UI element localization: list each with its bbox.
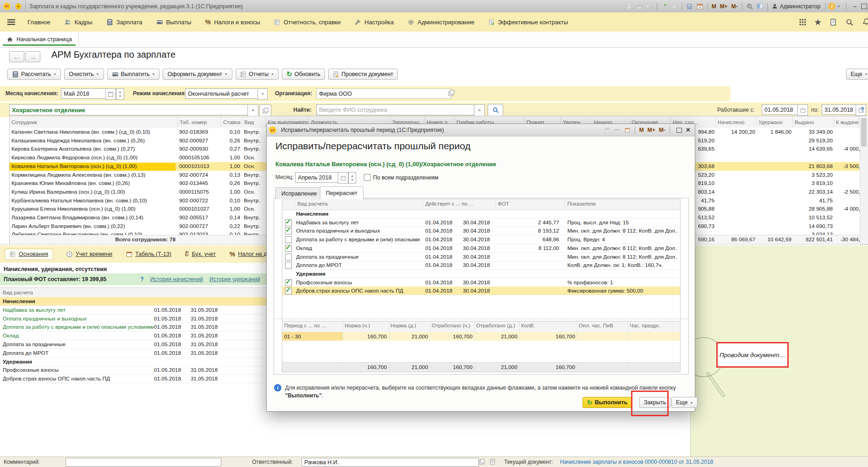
add-link-icon[interactable] <box>660 2 669 11</box>
department-dropdown-icon[interactable]: ▼ <box>247 104 258 116</box>
search-icon[interactable] <box>845 18 854 26</box>
row-checkbox[interactable]: ✓ <box>285 288 292 294</box>
menu-item-4[interactable]: Выплаты <box>149 12 198 32</box>
menu-item-9[interactable]: Эффективные контракты <box>481 12 575 32</box>
org-open-icon[interactable] <box>448 90 455 96</box>
worked-from-calendar-icon[interactable] <box>797 104 808 116</box>
toolbar-button-2[interactable]: Очистить▼ <box>64 69 104 80</box>
toolbar-button-1[interactable]: Рассчитать▼ <box>7 69 61 80</box>
comment-input[interactable] <box>66 458 221 467</box>
mode-select[interactable]: Окончательный расчет <box>185 88 263 99</box>
subtab-2[interactable]: Учет времени <box>65 249 113 260</box>
row-checkbox[interactable]: ✓ <box>285 245 292 252</box>
dialog-table-row[interactable]: ✓Оклад01.04.201830.04.20188 112,00Мин. о… <box>282 244 680 253</box>
responsible-input[interactable]: Рачкова Н.И. <box>302 458 479 467</box>
dialog-table-row[interactable]: Удержания <box>282 270 680 278</box>
dialog-table-row[interactable]: ✓Добров.страх.взносы ОПС накоп.часть ПД0… <box>282 287 680 295</box>
maximize-icon[interactable] <box>861 4 867 9</box>
dialog-month-calendar-icon[interactable] <box>338 172 348 184</box>
dialog-table-row[interactable]: Доплата до МРОТ01.04.201830.04.2018КолВ.… <box>282 261 680 270</box>
toolbar-button-4[interactable]: Оформить документ▼ <box>163 69 232 80</box>
dialog-month-input[interactable]: Апрель 2018 <box>295 172 343 183</box>
menu-item-5[interactable]: %Налоги и взносы <box>198 12 267 32</box>
toolbar-button-7[interactable]: Провести документ <box>328 69 398 80</box>
department-select[interactable]: Хозрасчетное отделение <box>9 104 253 115</box>
dialog-splitter[interactable] <box>274 319 688 319</box>
row-checkbox[interactable] <box>285 262 292 269</box>
clear-search-icon[interactable]: × <box>474 104 485 116</box>
hamburger-menu-icon[interactable] <box>0 12 21 32</box>
current-doc-link[interactable]: Начисление зарплаты и взносов 0000-00081… <box>560 459 713 465</box>
calendar-icon[interactable]: 31 <box>695 2 704 11</box>
toolbar-button-3[interactable]: Выплатить▼ <box>107 69 160 80</box>
minimize-icon[interactable]: – <box>853 3 857 10</box>
month-stepper[interactable]: ▲▼ <box>116 88 124 100</box>
menu-item-3[interactable]: Зарплата <box>99 12 149 32</box>
responsible-open-icon[interactable] <box>479 459 485 465</box>
save-icon[interactable] <box>625 2 634 11</box>
dialog-memory-m[interactable]: M <box>639 127 644 133</box>
mode-dropdown-icon[interactable]: ▼ <box>258 88 268 100</box>
fot-help-icon[interactable]: ? <box>140 276 143 282</box>
dialog-tab-1[interactable]: Исправление <box>275 187 323 199</box>
info-icon[interactable]: i <box>828 3 835 10</box>
subtab-4[interactable]: ДтКтБух. учет <box>184 249 217 260</box>
dialog-table-row[interactable]: ✓Оплата праздничных и выходных01.04.2018… <box>282 227 680 235</box>
row-checkbox[interactable]: ✓ <box>285 219 292 226</box>
dialog-more-button[interactable]: Еще▼ <box>671 397 698 408</box>
dialog-table-row[interactable]: Доплата за праздничные01.04.201830.04.20… <box>282 253 680 261</box>
menu-item-8[interactable]: Администрирование <box>401 12 481 32</box>
dialog-close-icon[interactable]: × <box>686 126 690 134</box>
toolbar-more-button[interactable]: Еще▼ <box>846 69 868 80</box>
toolbar-button-5[interactable]: Отчеты▼ <box>236 69 279 80</box>
worked-help-icon[interactable]: ? <box>861 106 864 113</box>
menu-item-7[interactable]: Настройка <box>347 12 401 32</box>
app-menu-arrow-icon[interactable] <box>14 2 23 11</box>
execute-button[interactable]: ↻Выполнить <box>582 397 632 408</box>
current-user[interactable]: Администратор <box>780 3 821 10</box>
dialog-table-row[interactable]: ✓Профсоюзные взносы01.04.201830.04.2018%… <box>282 278 680 287</box>
back-button[interactable]: ← <box>9 51 24 62</box>
get-link-icon[interactable] <box>670 2 679 11</box>
dialog-print-icon[interactable] <box>613 126 622 134</box>
worked-from-input[interactable]: 01.05.2018 <box>762 104 803 115</box>
zoom-icon[interactable] <box>745 2 754 11</box>
subtab-3[interactable]: Табель (Т-13) <box>125 249 172 259</box>
print-icon[interactable] <box>635 2 644 11</box>
dialog-calendar-icon[interactable] <box>623 126 632 134</box>
accrual-month-input[interactable]: Май 2018 <box>61 88 111 99</box>
dialog-table-row[interactable]: Доплата за работу с вредными и (или) опа… <box>282 235 680 244</box>
row-checkbox[interactable]: ✓ <box>285 279 292 286</box>
tab-home-page[interactable]: Начальная страница <box>0 32 79 47</box>
accrual-history-link[interactable]: История начислений <box>150 276 203 282</box>
department-open-icon[interactable] <box>259 104 271 116</box>
menu-item-2[interactable]: Кадры <box>57 12 99 32</box>
dialog-save-icon[interactable] <box>603 126 612 134</box>
menu-item-6[interactable]: Отчетность, справки <box>267 12 347 32</box>
menu-item-1[interactable]: Главное <box>21 12 57 32</box>
row-checkbox[interactable] <box>285 254 292 261</box>
search-input[interactable]: Введите ФИО сотрудника <box>316 104 479 115</box>
history-icon[interactable] <box>829 18 838 26</box>
forward-button[interactable]: → <box>25 51 40 62</box>
all-departments-checkbox[interactable] <box>364 174 371 181</box>
document-list-icon[interactable] <box>489 459 495 465</box>
memory-m-button[interactable]: M <box>712 3 716 10</box>
toolbar-button-6[interactable]: ↻Обновить <box>282 69 325 80</box>
memory-mplus-button[interactable]: M+ <box>720 3 728 10</box>
dialog-titlebar[interactable]: 1С Исправить/перерасчитать прошлый перио… <box>267 124 695 136</box>
calculator-icon[interactable] <box>685 2 694 11</box>
search-button[interactable] <box>488 104 503 116</box>
deduction-history-link[interactable]: История удержаний <box>209 276 260 282</box>
dialog-tab-2[interactable]: Перерасчет <box>320 186 363 199</box>
month-calendar-icon[interactable] <box>105 88 116 100</box>
dialog-memory-mminus[interactable]: M- <box>659 127 665 133</box>
favorites-star-icon[interactable]: ★ <box>814 17 822 27</box>
print-preview-icon[interactable] <box>645 2 654 11</box>
employee-table-scrollbar[interactable] <box>860 116 868 245</box>
dialog-memory-mplus[interactable]: M+ <box>648 127 655 133</box>
row-checkbox[interactable]: ✓ <box>285 228 292 234</box>
dialog-maximize-icon[interactable] <box>676 128 682 133</box>
org-input[interactable]: Фирма ООО <box>316 88 451 99</box>
apps-grid-icon[interactable] <box>798 18 808 26</box>
